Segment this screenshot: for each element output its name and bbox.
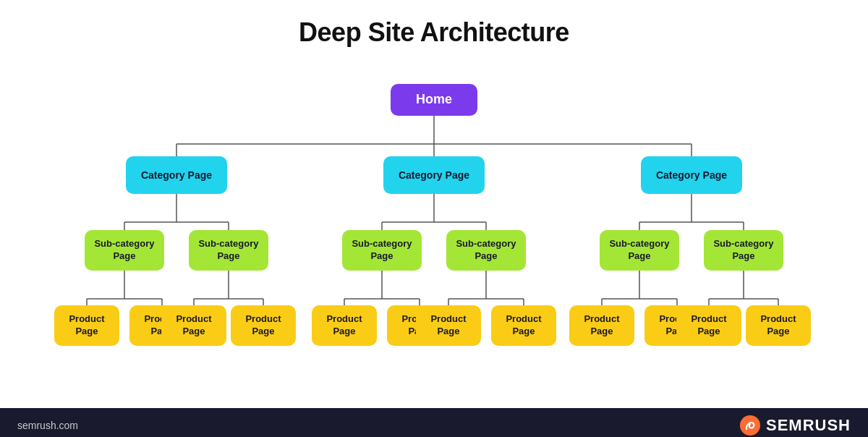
- product-label-1: Product Page: [54, 305, 119, 346]
- subcategory-label-3: Sub-category Page: [342, 230, 422, 271]
- category-label-3: Category Page: [641, 156, 742, 194]
- subcategory-node-1: Sub-category Page: [85, 230, 164, 271]
- product-label-12: Product Page: [746, 305, 811, 346]
- category-node-1: Category Page: [126, 156, 227, 194]
- product-node-5: Product Page: [312, 305, 377, 346]
- main-content: Deep Site Architecture: [0, 0, 868, 408]
- product-label-3: Product Page: [161, 305, 226, 346]
- subcategory-label-6: Sub-category Page: [704, 230, 783, 271]
- category-node-2: Category Page: [383, 156, 485, 194]
- product-node-1: Product Page: [54, 305, 119, 346]
- home-node: Home: [391, 84, 477, 116]
- product-label-11: Product Page: [676, 305, 741, 346]
- subcategory-label-4: Sub-category Page: [446, 230, 526, 271]
- footer: semrush.com SEMRUSH: [0, 408, 868, 437]
- diagram-container: Home Category Page Category Page Categor…: [14, 68, 854, 401]
- product-label-9: Product Page: [569, 305, 634, 346]
- subcategory-node-3: Sub-category Page: [342, 230, 422, 271]
- product-node-12: Product Page: [746, 305, 811, 346]
- category-label-2: Category Page: [383, 156, 485, 194]
- subcategory-node-5: Sub-category Page: [600, 230, 679, 271]
- page-title: Deep Site Architecture: [299, 17, 569, 48]
- footer-domain: semrush.com: [17, 420, 78, 431]
- product-node-3: Product Page: [161, 305, 226, 346]
- semrush-brand-text: SEMRUSH: [766, 416, 851, 435]
- semrush-icon: [740, 415, 760, 436]
- category-label-1: Category Page: [126, 156, 227, 194]
- subcategory-label-1: Sub-category Page: [85, 230, 164, 271]
- product-node-11: Product Page: [676, 305, 741, 346]
- semrush-logo: SEMRUSH: [740, 415, 851, 436]
- product-node-9: Product Page: [569, 305, 634, 346]
- nodes-layer: Home Category Page Category Page Categor…: [14, 68, 854, 401]
- category-node-3: Category Page: [641, 156, 742, 194]
- subcategory-label-2: Sub-category Page: [189, 230, 268, 271]
- product-node-8: Product Page: [491, 305, 556, 346]
- product-label-7: Product Page: [416, 305, 481, 346]
- product-node-7: Product Page: [416, 305, 481, 346]
- subcategory-label-5: Sub-category Page: [600, 230, 679, 271]
- subcategory-node-6: Sub-category Page: [704, 230, 783, 271]
- subcategory-node-2: Sub-category Page: [189, 230, 268, 271]
- product-label-5: Product Page: [312, 305, 377, 346]
- subcategory-node-4: Sub-category Page: [446, 230, 526, 271]
- product-node-4: Product Page: [231, 305, 296, 346]
- product-label-4: Product Page: [231, 305, 296, 346]
- product-label-8: Product Page: [491, 305, 556, 346]
- home-label: Home: [391, 84, 477, 116]
